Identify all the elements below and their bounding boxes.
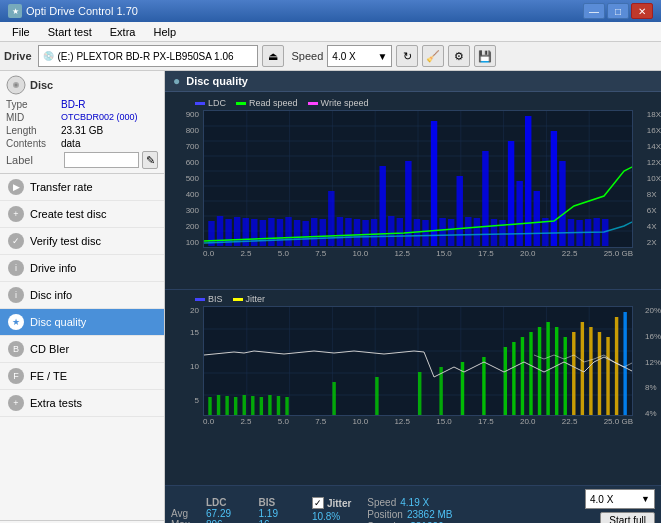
svg-rect-107 (598, 332, 601, 415)
clear-button[interactable]: 🧹 (422, 45, 444, 67)
verify-test-disc-icon: ✓ (8, 233, 24, 249)
save-button[interactable]: 💾 (474, 45, 496, 67)
nav-disc-quality[interactable]: ★ Disc quality (0, 309, 164, 336)
stats-table: LDC BIS Avg 67.29 1.19 Max 806 16 (171, 497, 300, 523)
nav-cd-bier[interactable]: B CD BIer (0, 336, 164, 363)
svg-rect-80 (208, 397, 211, 415)
svg-rect-105 (581, 322, 584, 415)
svg-rect-98 (521, 337, 524, 415)
nav-create-test-disc-label: Create test disc (30, 208, 106, 220)
svg-rect-58 (534, 191, 540, 246)
svg-rect-96 (504, 347, 507, 415)
svg-rect-31 (302, 221, 308, 246)
start-full-button[interactable]: Start full (600, 512, 655, 523)
svg-rect-27 (268, 218, 274, 246)
disc-type-key: Type (6, 99, 61, 110)
svg-rect-88 (277, 396, 280, 415)
speed-dropdown-arrow: ▼ (641, 494, 650, 504)
legend-write: Write speed (308, 98, 369, 108)
svg-rect-38 (362, 220, 368, 246)
disc-title: Disc (30, 79, 53, 91)
nav-fe-te[interactable]: F FE / TE (0, 363, 164, 390)
chart1: LDC Read speed Write speed 900 (165, 92, 661, 290)
disc-label-key: Label (6, 154, 61, 166)
refresh-button[interactable]: ↻ (396, 45, 418, 67)
disc-quality-icon: ★ (8, 314, 24, 330)
svg-rect-57 (525, 116, 531, 246)
svg-rect-85 (251, 396, 254, 415)
app-icon: ★ (8, 4, 22, 18)
svg-rect-106 (589, 327, 592, 415)
svg-rect-90 (332, 382, 335, 415)
write-legend-label: Write speed (321, 98, 369, 108)
bis-legend-label: BIS (208, 294, 223, 304)
disc-contents-val: data (61, 138, 80, 149)
svg-rect-110 (623, 312, 626, 415)
nav-verify-test-disc[interactable]: ✓ Verify test disc (0, 228, 164, 255)
menu-starttest[interactable]: Start test (40, 24, 100, 40)
disc-label-input[interactable] (64, 152, 139, 168)
svg-rect-83 (234, 397, 237, 415)
jitter-avg-val: 10.8% (312, 511, 351, 522)
speed-row: Speed 4.19 X (367, 497, 452, 508)
jitter-checkbox[interactable]: ✓ (312, 497, 324, 509)
svg-rect-108 (606, 337, 609, 415)
svg-rect-30 (294, 220, 300, 246)
main-area: Disc Type BD-R MID OTCBDR002 (000) Lengt… (0, 71, 661, 523)
disc-info-icon: i (8, 287, 24, 303)
nav-extra-tests[interactable]: + Extra tests (0, 390, 164, 417)
menu-help[interactable]: Help (145, 24, 184, 40)
speed-row-val: 4.19 X (400, 497, 429, 508)
svg-rect-52 (482, 151, 488, 246)
jitter-legend-color (233, 298, 243, 301)
svg-rect-95 (482, 357, 485, 415)
settings-button[interactable]: ⚙ (448, 45, 470, 67)
maximize-button[interactable]: □ (607, 3, 629, 19)
bis-max-val: 16 (259, 519, 300, 523)
svg-rect-97 (512, 342, 515, 415)
ldc-col-header: LDC (206, 497, 259, 508)
svg-rect-47 (439, 218, 445, 246)
titlebar-left: ★ Opti Drive Control 1.70 (8, 4, 138, 18)
close-button[interactable]: ✕ (631, 3, 653, 19)
speed-label: Speed (292, 50, 324, 62)
disc-type-val: BD-R (61, 99, 85, 110)
drive-eject-button[interactable]: ⏏ (262, 45, 284, 67)
speed-select-drive[interactable]: 4.0 X ▼ (327, 45, 392, 67)
jitter-header: ✓ Jitter (312, 497, 351, 509)
titlebar-controls: — □ ✕ (583, 3, 653, 19)
svg-rect-56 (516, 181, 522, 246)
menu-extra[interactable]: Extra (102, 24, 144, 40)
bis-col-header: BIS (259, 497, 300, 508)
minimize-button[interactable]: — (583, 3, 605, 19)
svg-rect-84 (243, 395, 246, 415)
speed-row-label: Speed (367, 497, 396, 508)
chart2-legend: BIS Jitter (165, 292, 661, 306)
chart2: BIS Jitter 20 15 10 5 (165, 290, 661, 485)
ldc-legend-color (195, 102, 205, 105)
svg-rect-35 (337, 217, 343, 246)
disc-label-edit-button[interactable]: ✎ (142, 151, 158, 169)
disc-quality-header-icon: ● (173, 74, 180, 88)
svg-rect-104 (572, 332, 575, 415)
svg-rect-42 (397, 218, 403, 246)
menu-file[interactable]: File (4, 24, 38, 40)
read-legend-color (236, 102, 246, 105)
svg-rect-94 (461, 362, 464, 415)
svg-rect-37 (354, 219, 360, 246)
nav-disc-info[interactable]: i Disc info (0, 282, 164, 309)
svg-rect-92 (418, 372, 421, 415)
jitter-label: Jitter (327, 498, 351, 509)
nav-transfer-rate[interactable]: ▶ Transfer rate (0, 174, 164, 201)
cd-bier-icon: B (8, 341, 24, 357)
speed-select-chart[interactable]: 4.0 X ▼ (585, 489, 655, 509)
nav-create-test-disc[interactable]: + Create test disc (0, 201, 164, 228)
y-axis-right-2: 20% 16% 12% 8% 4% (645, 306, 661, 418)
drive-select[interactable]: 💿 (E:) PLEXTOR BD-R PX-LB950SA 1.06 (38, 45, 258, 67)
control-section: 4.0 X ▼ Start full Start part (585, 489, 655, 523)
disc-length-row: Length 23.31 GB (6, 125, 158, 136)
nav-drive-info[interactable]: i Drive info (0, 255, 164, 282)
nav-fe-te-label: FE / TE (30, 370, 67, 382)
chart2-svg (203, 306, 633, 416)
extra-tests-icon: + (8, 395, 24, 411)
